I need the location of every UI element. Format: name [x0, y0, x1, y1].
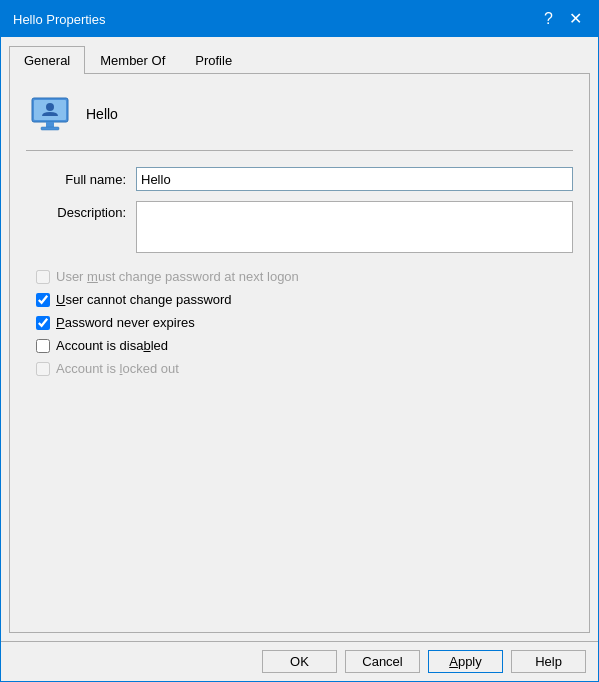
- avatar: [26, 90, 74, 138]
- user-info-section: Hello: [26, 90, 573, 138]
- cannot-change-label[interactable]: User cannot change password: [56, 292, 232, 307]
- account-locked-checkbox: [36, 362, 50, 376]
- full-name-label: Full name:: [26, 172, 126, 187]
- user-display-name: Hello: [86, 106, 118, 122]
- account-disabled-checkbox[interactable]: [36, 339, 50, 353]
- cannot-change-checkbox[interactable]: [36, 293, 50, 307]
- apply-button[interactable]: Apply: [428, 650, 503, 673]
- help-dialog-button[interactable]: Help: [511, 650, 586, 673]
- button-bar: OK Cancel Apply Help: [1, 641, 598, 681]
- tab-profile[interactable]: Profile: [180, 46, 247, 74]
- title-bar-controls: ? ✕: [540, 11, 586, 27]
- tab-general[interactable]: General: [9, 46, 85, 74]
- never-expires-checkbox[interactable]: [36, 316, 50, 330]
- checkbox-must-change-row: User must change password at next logon: [36, 269, 573, 284]
- close-button[interactable]: ✕: [565, 11, 586, 27]
- section-divider: [26, 150, 573, 151]
- help-button[interactable]: ?: [540, 11, 557, 27]
- svg-rect-3: [41, 127, 59, 130]
- window-title: Hello Properties: [13, 12, 106, 27]
- checkbox-cannot-change-row: User cannot change password: [36, 292, 573, 307]
- tab-bar: General Member Of Profile: [9, 45, 590, 74]
- account-locked-label: Account is locked out: [56, 361, 179, 376]
- checkbox-account-disabled-row: Account is disabled: [36, 338, 573, 353]
- window: Hello Properties ? ✕ General Member Of P…: [0, 0, 599, 682]
- tab-content-general: Hello Full name: Description: User: [9, 74, 590, 633]
- description-row: Description:: [26, 201, 573, 253]
- svg-rect-2: [46, 122, 54, 127]
- title-bar: Hello Properties ? ✕: [1, 1, 598, 37]
- checkbox-never-expires-row: Password never expires: [36, 315, 573, 330]
- checkbox-account-locked-row: Account is locked out: [36, 361, 573, 376]
- svg-point-4: [46, 103, 54, 111]
- account-disabled-label[interactable]: Account is disabled: [56, 338, 168, 353]
- cancel-button[interactable]: Cancel: [345, 650, 420, 673]
- must-change-label: User must change password at next logon: [56, 269, 299, 284]
- description-label: Description:: [26, 205, 126, 220]
- ok-button[interactable]: OK: [262, 650, 337, 673]
- full-name-row: Full name:: [26, 167, 573, 191]
- content-area: General Member Of Profile: [1, 37, 598, 641]
- must-change-checkbox: [36, 270, 50, 284]
- never-expires-label[interactable]: Password never expires: [56, 315, 195, 330]
- tab-member-of[interactable]: Member Of: [85, 46, 180, 74]
- full-name-input[interactable]: [136, 167, 573, 191]
- description-input[interactable]: [136, 201, 573, 253]
